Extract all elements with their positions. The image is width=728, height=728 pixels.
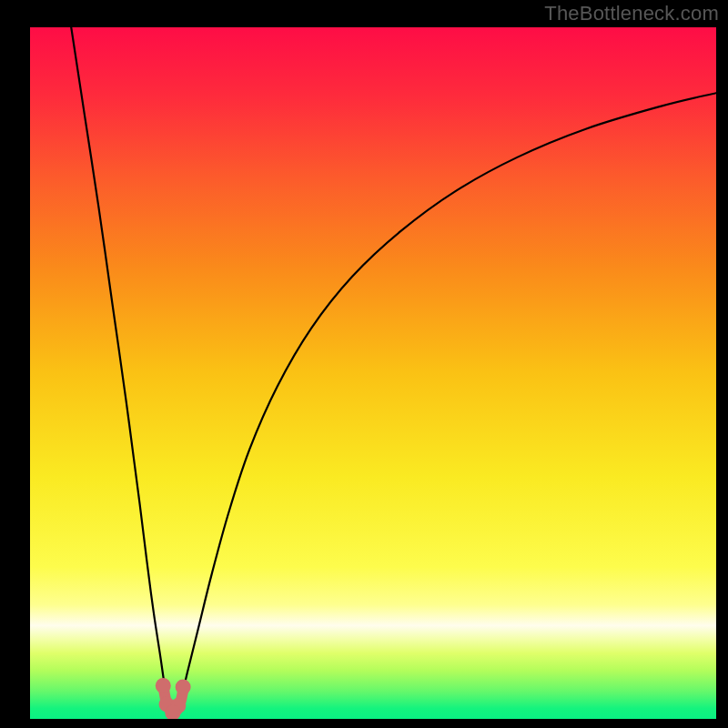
marker-dot (176, 680, 191, 695)
outer-frame: TheBottleneck.com (0, 0, 728, 728)
plot-area (30, 27, 716, 719)
marker-dot (156, 678, 171, 693)
curve-right-branch (176, 93, 716, 710)
curve-left-branch (71, 27, 173, 710)
watermark-text: TheBottleneck.com (544, 2, 719, 25)
curve-layer (30, 27, 716, 719)
